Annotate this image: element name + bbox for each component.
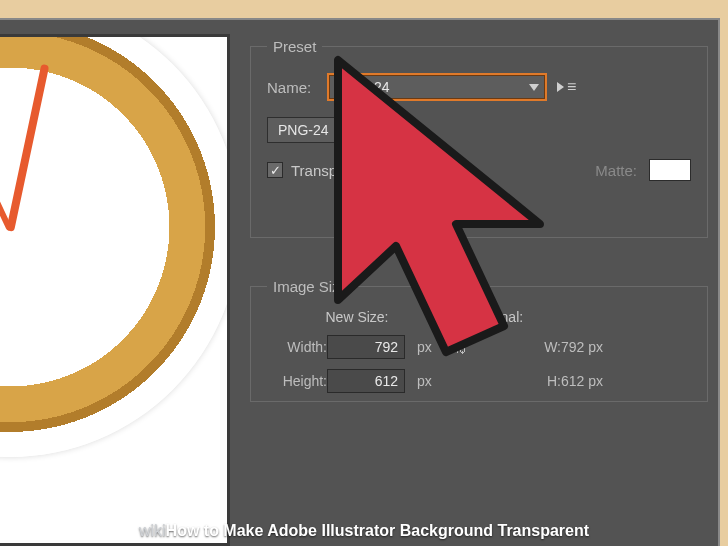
name-label: Name: <box>267 79 317 96</box>
height-input[interactable]: 612 <box>327 369 405 393</box>
chevron-down-icon <box>529 84 539 91</box>
watermark-prefix: wiki <box>139 522 166 539</box>
orig-width-label: W: <box>471 339 561 355</box>
menu-lines-icon: ≡ <box>567 78 575 96</box>
preset-legend: Preset <box>267 38 322 55</box>
height-value: 612 <box>375 373 398 389</box>
original-header: Original: <box>471 309 641 325</box>
size-grid: New Size: Original: Width: 792 px ⛓ W: 7… <box>267 309 691 393</box>
width-input[interactable]: 792 <box>327 335 405 359</box>
preset-name-dropdown[interactable]: PNG-24 <box>327 73 547 101</box>
preset-name-row: Name: PNG-24 ≡ <box>267 73 691 101</box>
artwork-preview <box>0 34 230 546</box>
format-dropdown[interactable]: PNG-24 <box>267 117 377 143</box>
transparency-row: ✓ Transparency Matte: <box>267 159 691 181</box>
link-dimensions-icon[interactable]: ⛓ <box>447 338 471 356</box>
format-value: PNG-24 <box>278 122 329 138</box>
new-size-header: New Size: <box>267 309 447 325</box>
matte-label: Matte: <box>595 162 637 179</box>
watermark-caption: wikiHow to Make Adobe Illustrator Backgr… <box>0 522 728 540</box>
gauge-graphic <box>0 34 230 457</box>
settings-panel: Preset Name: PNG-24 ≡ PNG-24 <box>250 34 708 546</box>
width-value: 792 <box>375 339 398 355</box>
width-unit: px <box>417 339 447 355</box>
preset-options-button[interactable]: ≡ <box>557 78 575 96</box>
orig-width-value: 792 px <box>561 339 641 355</box>
triangle-right-icon <box>557 82 564 92</box>
orig-height-label: H: <box>471 373 561 389</box>
width-label: Width: <box>267 339 327 355</box>
chevron-down-icon <box>360 127 370 134</box>
height-label: Height: <box>267 373 327 389</box>
transparency-label: Transparency <box>291 162 382 179</box>
image-size-legend: Image Size <box>267 278 354 295</box>
orig-height-value: 612 px <box>561 373 641 389</box>
image-size-group: Image Size New Size: Original: Width: 79… <box>250 278 708 402</box>
gauge-needle <box>6 64 49 232</box>
matte-swatch[interactable] <box>649 159 691 181</box>
watermark-rest: to Make Adobe Illustrator Background Tra… <box>199 522 589 539</box>
matte-row: Matte: <box>595 159 691 181</box>
preset-name-value: PNG-24 <box>339 79 390 95</box>
transparency-checkbox-label[interactable]: ✓ Transparency <box>267 162 382 179</box>
transparency-checkbox[interactable]: ✓ <box>267 162 283 178</box>
format-row: PNG-24 <box>267 117 691 143</box>
preset-group: Preset Name: PNG-24 ≡ PNG-24 <box>250 38 708 238</box>
watermark-how: How <box>166 522 200 539</box>
height-unit: px <box>417 373 447 389</box>
dialog-frame: Preset Name: PNG-24 ≡ PNG-24 <box>0 18 720 546</box>
